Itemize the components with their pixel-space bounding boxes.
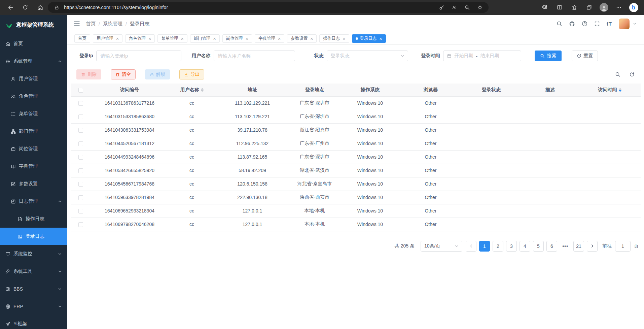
tab-item[interactable]: 角色管理× [125, 34, 155, 43]
col-access-id[interactable]: 访问编号 [91, 84, 168, 96]
sort-carets-icon[interactable] [619, 88, 621, 92]
sidebar-item-home[interactable]: 首页 [0, 35, 67, 53]
next-page-button[interactable] [587, 241, 598, 252]
tab-item[interactable]: 部门管理× [190, 34, 220, 43]
breadcrumb-item[interactable]: 系统管理 [103, 21, 122, 27]
sidebar-item-monitor[interactable]: 系统监控 [0, 245, 67, 263]
address-bar[interactable]: https://ccnetcore.com:1101/system/log/lo… [48, 2, 489, 13]
col-description[interactable]: 描述 [522, 84, 579, 96]
fullscreen-icon[interactable] [594, 21, 600, 27]
read-aloud-icon[interactable] [450, 3, 458, 11]
browser-home-icon[interactable] [33, 2, 47, 13]
browser-profile-icon[interactable] [597, 2, 611, 13]
row-checkbox[interactable] [78, 182, 83, 187]
unlock-button[interactable]: 解锁 [145, 69, 170, 79]
sidebar-item-system[interactable]: 系统管理 [0, 53, 67, 70]
search-button[interactable]: 搜索 [535, 51, 562, 61]
tab-item[interactable]: 用户管理× [93, 34, 122, 43]
collections-icon[interactable] [582, 2, 596, 13]
sidebar-item-yi[interactable]: Yi框架 [0, 315, 67, 329]
tab-close-icon[interactable]: × [148, 36, 151, 41]
app-logo[interactable]: 意框架管理系统 [0, 15, 67, 35]
split-screen-icon[interactable] [552, 2, 567, 13]
collapse-menu-icon[interactable] [73, 20, 80, 27]
sort-carets-icon[interactable] [201, 88, 204, 92]
extensions-icon[interactable] [538, 2, 552, 13]
sidebar-item-dict[interactable]: 字典管理 [0, 158, 67, 175]
sidebar-item-user[interactable]: 用户管理 [0, 70, 67, 88]
sidebar-item-erp[interactable]: ERP [0, 298, 67, 315]
sidebar-item-log[interactable]: 日志管理 [0, 193, 67, 210]
page-button-6[interactable]: 6 [546, 241, 557, 252]
password-key-icon[interactable] [437, 3, 445, 11]
col-address[interactable]: 地址 [215, 84, 289, 96]
row-checkbox[interactable] [78, 195, 83, 200]
user-avatar[interactable] [619, 19, 630, 29]
row-checkbox[interactable] [78, 114, 83, 119]
row-checkbox[interactable] [78, 128, 83, 133]
tab-close-icon[interactable]: × [278, 36, 281, 41]
sidebar-item-dept[interactable]: 部门管理 [0, 123, 67, 140]
browser-settings-icon[interactable] [612, 2, 626, 13]
col-os[interactable]: 操作系统 [340, 84, 400, 96]
row-checkbox[interactable] [78, 209, 83, 213]
page-size-select[interactable]: 10条/页 [421, 241, 462, 252]
tab-close-icon[interactable]: × [246, 36, 248, 41]
page-ellipsis[interactable]: ••• [560, 241, 571, 252]
export-button[interactable]: 导出 [179, 69, 204, 79]
col-access-time[interactable]: 访问时间 [579, 84, 641, 96]
search-icon[interactable] [557, 21, 562, 27]
tab-close-icon[interactable]: × [116, 36, 119, 41]
tab-close-icon[interactable]: × [343, 36, 345, 41]
clear-button[interactable]: 清空 [111, 69, 136, 79]
sidebar-item-tools[interactable]: 系统工具 [0, 263, 67, 280]
row-checkbox[interactable] [78, 141, 83, 146]
breadcrumb-item[interactable]: 首页 [86, 21, 96, 27]
tab-item[interactable]: 字典管理× [255, 34, 284, 43]
delete-button[interactable]: 删除 [76, 69, 101, 79]
reset-button[interactable]: 重置 [572, 51, 598, 61]
col-browser[interactable]: 浏览器 [400, 84, 461, 96]
row-checkbox[interactable] [78, 101, 83, 106]
row-checkbox[interactable] [78, 222, 83, 227]
sidebar-item-bbs[interactable]: BBS [0, 280, 67, 298]
tab-item[interactable]: 参数设置× [287, 34, 317, 43]
favorite-star-icon[interactable] [476, 3, 484, 11]
row-checkbox[interactable] [78, 168, 83, 173]
col-user-name[interactable]: 用户名称 [168, 84, 215, 96]
col-login-location[interactable]: 登录地点 [289, 84, 340, 96]
zoom-out-icon[interactable] [463, 3, 471, 11]
select-all-checkbox[interactable] [78, 88, 83, 93]
site-info-icon[interactable] [52, 3, 61, 11]
font-size-icon[interactable]: tT [607, 21, 612, 27]
page-button-2[interactable]: 2 [493, 241, 503, 252]
back-icon[interactable] [3, 2, 17, 13]
help-icon[interactable] [582, 21, 587, 27]
sidebar-item-oplog[interactable]: 操作日志 [0, 210, 67, 228]
tab-item[interactable]: 首页 [74, 34, 90, 43]
prev-page-button[interactable] [466, 241, 476, 252]
bing-icon[interactable]: b [627, 2, 641, 13]
sidebar-item-post[interactable]: 岗位管理 [0, 140, 67, 158]
tab-close-icon[interactable]: × [310, 36, 313, 41]
login-time-range-picker[interactable]: 开始日期 - 结束日期 [443, 51, 521, 61]
sidebar-item-menu[interactable]: 菜单管理 [0, 105, 67, 123]
tab-item[interactable]: 登录日志× [352, 34, 386, 43]
github-icon[interactable] [569, 21, 575, 27]
page-button-3[interactable]: 3 [506, 241, 517, 252]
page-button-21[interactable]: 21 [573, 241, 584, 252]
sidebar-item-role[interactable]: 角色管理 [0, 88, 67, 105]
favorites-bar-icon[interactable] [567, 2, 581, 13]
sidebar-item-param[interactable]: 参数设置 [0, 175, 67, 193]
goto-page-input[interactable] [615, 241, 631, 252]
tab-close-icon[interactable]: × [213, 36, 216, 41]
page-button-5[interactable]: 5 [533, 241, 544, 252]
col-login-status[interactable]: 登录状态 [461, 84, 522, 96]
refresh-icon[interactable] [18, 2, 32, 13]
user-name-input[interactable] [214, 51, 295, 61]
table-refresh-icon[interactable] [629, 72, 635, 77]
page-button-1[interactable]: 1 [479, 241, 490, 252]
avatar-caret-icon[interactable] [633, 22, 637, 26]
tab-close-icon[interactable]: × [181, 36, 183, 41]
tab-item[interactable]: 岗位管理× [222, 34, 252, 43]
